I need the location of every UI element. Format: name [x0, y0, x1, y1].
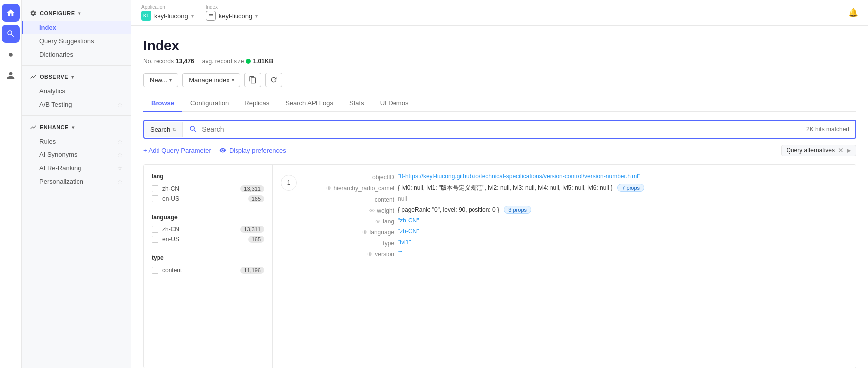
facet-type-content[interactable]: content 11,196	[152, 265, 264, 275]
weight-eye-icon: 👁	[369, 208, 375, 214]
facet-language-zh-cn-count: 13,311	[240, 226, 264, 233]
field-objectid-name: objectID	[305, 173, 394, 181]
field-version-value: ""	[398, 250, 848, 257]
facet-type-title: type	[152, 254, 264, 261]
avg-size-value: 1.01KB	[253, 58, 273, 65]
hierarchy-props-badge: 7 props	[617, 184, 644, 192]
version-eye-icon: 👁	[367, 251, 373, 257]
facet-lang-en-us[interactable]: en-US 165	[152, 194, 264, 204]
facet-language-zh-cn-label: zh-CN	[162, 226, 237, 233]
facet-language-en-us[interactable]: en-US 165	[152, 234, 264, 244]
results-area: lang zh-CN 13,311 en-US 165 language	[143, 164, 856, 368]
icon-bar-user[interactable]	[2, 67, 20, 84]
topbar-right: 🔔	[848, 8, 858, 17]
field-weight: 👁 weight { pageRank: "0", level: 90, pos…	[305, 206, 848, 214]
sidebar-item-rules[interactable]: Rules ☆	[22, 135, 131, 148]
record-number: 1	[281, 175, 297, 191]
page-content: Index No. records 13,476 avg. record siz…	[131, 26, 868, 368]
tab-search-api-logs[interactable]: Search API Logs	[277, 95, 341, 112]
refresh-button[interactable]	[265, 73, 282, 87]
facet-language-title: language	[152, 214, 264, 221]
new-button[interactable]: New... ▾	[143, 73, 178, 87]
new-button-label: New...	[150, 76, 167, 84]
facet-lang-title: lang	[152, 173, 264, 180]
sidebar-section-configure[interactable]: CONFIGURE ▾	[22, 6, 131, 21]
manage-index-label: Manage index	[189, 76, 230, 84]
facet-language-zh-cn[interactable]: zh-CN 13,311	[152, 224, 264, 234]
sidebar-item-index[interactable]: Index	[22, 21, 131, 34]
tab-stats[interactable]: Stats	[341, 95, 372, 112]
icon-bar-search[interactable]	[2, 25, 20, 43]
manage-index-chevron-icon: ▾	[232, 77, 234, 83]
search-magnifier-icon	[189, 125, 198, 134]
manage-index-button[interactable]: Manage index ▾	[182, 73, 240, 87]
enhance-chevron: ▾	[72, 125, 75, 130]
index-label: Index	[206, 4, 258, 10]
field-version-name: 👁 version	[305, 250, 394, 258]
sidebar-item-dictionaries[interactable]: Dictionaries	[22, 48, 131, 61]
tab-replicas[interactable]: Replicas	[237, 95, 277, 112]
weight-props-badge: 3 props	[504, 206, 531, 214]
sidebar-item-ai-synonyms[interactable]: AI Synonyms ☆	[22, 148, 131, 161]
display-preferences-button[interactable]: Display preferences	[219, 147, 286, 154]
sidebar-divider-1	[22, 65, 131, 66]
avg-size-meta: avg. record size 1.01KB	[202, 58, 273, 65]
copy-button[interactable]	[244, 73, 261, 87]
tab-ui-demos[interactable]: UI Demos	[372, 95, 417, 112]
query-actions-row: + Add Query Parameter Display preference…	[143, 145, 856, 156]
field-lang: 👁 lang "zh-CN"	[305, 217, 848, 225]
query-alternatives-close-button[interactable]: ✕	[838, 147, 844, 154]
field-objectid-value: "0-https://keyl-liucong.github.io/techni…	[398, 173, 848, 180]
records-label: No. records	[143, 58, 174, 65]
facet-type-content-checkbox[interactable]	[152, 267, 158, 274]
search-input[interactable]	[202, 125, 794, 133]
query-alternatives-badge: Query alternatives ✕ ▶	[781, 145, 856, 156]
search-row: Search ⇅ 2K hits matched	[143, 120, 856, 139]
icon-bar-home[interactable]	[2, 4, 20, 22]
notification-bell-icon[interactable]: 🔔	[848, 8, 858, 17]
facet-lang-zh-cn-checkbox[interactable]	[152, 185, 158, 192]
index-name: keyl-liucong	[219, 12, 253, 20]
application-selector[interactable]: KL keyl-liucong ▾	[141, 11, 194, 21]
facet-group-type: type content 11,196	[152, 254, 264, 275]
field-language: 👁 language "zh-CN"	[305, 228, 848, 236]
field-weight-name: 👁 weight	[305, 206, 394, 214]
records-panel: 1 objectID "0-https://keyl-liucong.githu…	[273, 165, 856, 368]
sidebar-divider-2	[22, 115, 131, 116]
facet-language-en-us-label: en-US	[162, 236, 244, 243]
application-chevron-icon: ▾	[191, 13, 194, 19]
green-status-icon	[246, 59, 251, 64]
sidebar-item-personalization[interactable]: Personalization ☆	[22, 175, 131, 188]
sidebar-item-ai-re-ranking[interactable]: AI Re-Ranking ☆	[22, 161, 131, 175]
search-input-wrap	[183, 121, 800, 138]
sidebar-section-observe[interactable]: OBSERVE ▾	[22, 70, 131, 84]
application-label: Application	[141, 4, 194, 10]
facet-language-zh-cn-checkbox[interactable]	[152, 226, 158, 233]
topbar: Application KL keyl-liucong ▾ Index keyl…	[131, 0, 868, 26]
sidebar-item-ab-testing[interactable]: A/B Testing ☆	[22, 98, 131, 111]
icon-bar	[0, 0, 22, 368]
search-type-selector[interactable]: Search ⇅	[144, 122, 183, 137]
search-type-label: Search	[150, 126, 170, 133]
field-type: type "lvl1"	[305, 239, 848, 247]
tab-browse[interactable]: Browse	[143, 95, 182, 112]
add-query-parameter-button[interactable]: + Add Query Parameter	[143, 147, 211, 154]
facet-lang-en-us-checkbox[interactable]	[152, 195, 158, 202]
field-language-name: 👁 language	[305, 228, 394, 236]
facet-language-en-us-checkbox[interactable]	[152, 236, 158, 243]
new-button-chevron-icon: ▾	[169, 77, 172, 83]
index-section: Index keyl-liucong ▾	[206, 4, 258, 21]
hierarchy-eye-icon: 👁	[326, 185, 332, 191]
facet-type-content-count: 11,196	[240, 267, 264, 274]
tab-configuration[interactable]: Configuration	[182, 95, 237, 112]
sidebar: CONFIGURE ▾ Index Query Suggestions Dict…	[22, 0, 131, 368]
field-hierarchy-radio-camel: 👁 hierarchy_radio_camel { lvl0: null, lv…	[305, 184, 848, 192]
icon-bar-bulb[interactable]	[2, 46, 20, 64]
search-hits-count: 2K hits matched	[800, 122, 855, 137]
facet-lang-zh-cn[interactable]: zh-CN 13,311	[152, 184, 264, 194]
index-selector[interactable]: keyl-liucong ▾	[206, 11, 258, 21]
sidebar-item-analytics[interactable]: Analytics	[22, 84, 131, 98]
field-weight-value: { pageRank: "0", level: 90, position: 0 …	[398, 206, 848, 213]
sidebar-item-query-suggestions[interactable]: Query Suggestions	[22, 34, 131, 48]
sidebar-section-enhance[interactable]: ENHANCE ▾	[22, 120, 131, 135]
